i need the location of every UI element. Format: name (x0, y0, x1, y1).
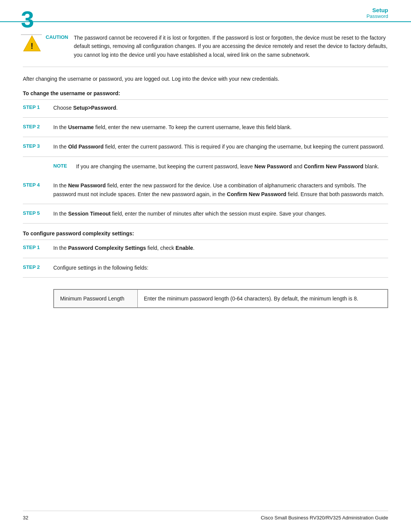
step-3-1: STEP 1 In the Password Complexity Settin… (23, 244, 388, 258)
caution-label-area: CAUTION The password cannot be recovered… (46, 34, 388, 59)
chapter-number: 3 (21, 8, 34, 31)
step-1-3: STEP 3 In the Old Password field, enter … (23, 142, 388, 157)
caution-block: ! CAUTION The password cannot be recover… (23, 34, 388, 67)
step-content-2-5: In the Session Timeout field, enter the … (53, 209, 388, 218)
chapter-rule (21, 34, 42, 35)
step-2-4: STEP 4 In the New Password field, enter … (23, 181, 388, 204)
header-title: Setup (366, 7, 388, 13)
step-1-2: STEP 2 In the Username field, enter the … (23, 123, 388, 137)
step-2-5: STEP 5 In the Session Timeout field, ent… (23, 209, 388, 224)
step-content-1-1: Choose Setup>Password. (53, 104, 388, 112)
page: 3 Setup Password ! CAUTION The password … (0, 0, 411, 532)
svg-text:!: ! (30, 41, 33, 51)
step-label-1-1: STEP 1 (23, 104, 53, 110)
page-footer: 32 Cisco Small Business RV320/RV325 Admi… (23, 511, 388, 521)
section2-heading: To configure password complexity setting… (23, 230, 388, 240)
step-label-1-3: STEP 3 (23, 142, 53, 149)
step-label-1-2: STEP 2 (23, 123, 53, 129)
caution-icon: ! (23, 34, 41, 53)
footer-page-number: 32 (23, 515, 28, 521)
settings-table: Minimum Password Length Enter the minimu… (53, 289, 388, 308)
header-right: Setup Password (366, 7, 388, 21)
note-content: If you are changing the username, but ke… (76, 162, 388, 171)
step-3-2: STEP 2 Configure settings in the followi… (23, 264, 388, 278)
note-row: NOTE If you are changing the username, b… (53, 162, 388, 176)
caution-text: The password cannot be recovered if it i… (74, 34, 388, 59)
step-label-3-1: STEP 1 (23, 244, 53, 250)
step-content-3-1: In the Password Complexity Settings fiel… (53, 244, 388, 252)
header-subtitle: Password (366, 13, 388, 19)
table-cell-value: Enter the minimum password length (0-64 … (138, 290, 388, 308)
page-header: Setup Password (0, 0, 411, 22)
after-caution-para: After changing the username or password,… (23, 75, 388, 83)
step-content-1-2: In the Username field, enter the new use… (53, 123, 388, 131)
step-content-2-4: In the New Password field, enter the new… (53, 181, 388, 198)
note-label: NOTE (53, 162, 76, 169)
main-content: ! CAUTION The password cannot be recover… (0, 22, 411, 335)
step-label-2-4: STEP 4 (23, 181, 53, 188)
table-row: Minimum Password Length Enter the minimu… (54, 290, 388, 308)
step-label-3-2: STEP 2 (23, 264, 53, 270)
table-cell-label: Minimum Password Length (54, 290, 138, 308)
step-content-3-2: Configure settings in the following fiel… (53, 264, 388, 272)
section1-heading: To change the username or password: (23, 90, 388, 100)
step-1-1: STEP 1 Choose Setup>Password. (23, 104, 388, 118)
footer-guide-title: Cisco Small Business RV320/RV325 Adminis… (261, 515, 388, 521)
step-label-2-5: STEP 5 (23, 209, 53, 216)
caution-label: CAUTION (46, 34, 72, 40)
step-content-1-3: In the Old Password field, enter the cur… (53, 142, 388, 151)
